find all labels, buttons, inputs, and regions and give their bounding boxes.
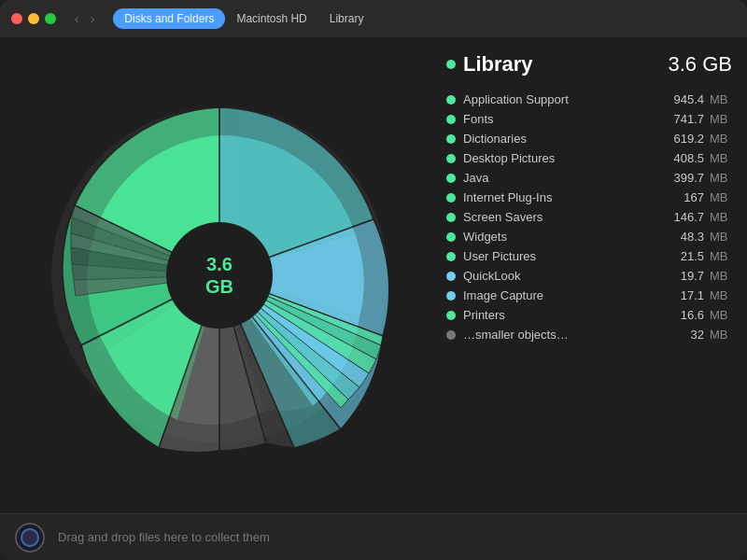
item-left: Screen Savers	[446, 210, 648, 224]
item-dot	[446, 330, 456, 340]
maximize-button[interactable]	[45, 13, 56, 24]
drop-icon	[15, 523, 45, 553]
item-dot	[446, 154, 456, 163]
item-dot	[446, 272, 456, 281]
item-name: Widgets	[463, 230, 507, 244]
item-left: Java	[446, 171, 648, 185]
item-size-number: 17.1	[665, 288, 704, 302]
item-size-number: 619.2	[665, 132, 704, 146]
item-size-row: 619.2 MB	[648, 132, 732, 146]
item-dot	[446, 213, 456, 222]
item-dot	[446, 134, 456, 144]
item-left: Fonts	[446, 112, 648, 126]
bottombar: Drag and drop files here to collect them	[0, 513, 747, 560]
sunburst-chart	[23, 61, 416, 490]
item-size-row: 408.5 MB	[648, 151, 732, 165]
items-list: Application Support 945.4 MB Fonts 741.7…	[446, 90, 732, 344]
item-name: Image Capture	[463, 288, 543, 302]
library-title: Library	[446, 52, 533, 77]
drop-hint-text: Drag and drop files here to collect them	[58, 530, 270, 544]
item-size-unit: MB	[710, 269, 732, 283]
item-size-number: 21.5	[665, 249, 704, 263]
item-name: Fonts	[463, 112, 494, 126]
item-size-row: 945.4 MB	[648, 92, 732, 106]
item-name: Internet Plug-Ins	[463, 190, 552, 204]
library-total-size: 3.6 GB	[669, 52, 732, 77]
list-item[interactable]: Widgets 48.3 MB	[446, 227, 732, 246]
item-size-row: 167 MB	[648, 190, 732, 204]
item-size-unit: MB	[710, 210, 732, 224]
item-size-unit: MB	[710, 249, 732, 263]
item-left: …smaller objects…	[446, 328, 648, 342]
item-left: Desktop Pictures	[446, 151, 648, 165]
main-content: 3.6GB Library 3.6 GB Application Support…	[0, 37, 747, 513]
item-name: Screen Savers	[463, 210, 543, 224]
list-item[interactable]: Application Support 945.4 MB	[446, 90, 732, 109]
item-size-unit: MB	[710, 328, 732, 342]
item-left: Dictionaries	[446, 132, 648, 146]
item-size-number: 19.7	[665, 269, 704, 283]
item-dot	[446, 291, 456, 301]
item-size-row: 17.1 MB	[648, 288, 732, 302]
item-left: Image Capture	[446, 288, 648, 302]
item-name: Dictionaries	[463, 132, 527, 146]
item-name: Java	[463, 171, 488, 185]
item-size-number: 48.3	[665, 230, 704, 244]
list-item[interactable]: Java 399.7 MB	[446, 168, 732, 188]
nav-arrows: ‹ ›	[71, 9, 98, 28]
item-size-unit: MB	[710, 92, 732, 106]
item-dot	[446, 115, 456, 124]
close-button[interactable]	[11, 13, 22, 24]
item-left: Internet Plug-Ins	[446, 190, 648, 204]
item-size-number: 167	[665, 190, 704, 204]
item-name: Desktop Pictures	[463, 151, 555, 165]
item-size-row: 399.7 MB	[648, 171, 732, 185]
item-name: Printers	[463, 308, 505, 322]
list-item[interactable]: Fonts 741.7 MB	[446, 109, 732, 129]
right-panel: Library 3.6 GB Application Support 945.4…	[439, 37, 747, 513]
forward-arrow[interactable]: ›	[87, 9, 99, 28]
item-left: Widgets	[446, 230, 648, 244]
item-size-unit: MB	[710, 308, 732, 322]
list-item[interactable]: Printers 16.6 MB	[446, 305, 732, 325]
sunburst-container: 3.6GB	[23, 61, 416, 490]
item-size-unit: MB	[710, 288, 732, 302]
library-header: Library 3.6 GB	[446, 52, 732, 77]
titlebar: ‹ › Disks and Folders Macintosh HD Libra…	[0, 0, 747, 37]
breadcrumb-disks[interactable]: Disks and Folders	[113, 8, 225, 29]
item-name: …smaller objects…	[463, 328, 569, 342]
list-item[interactable]: Image Capture 17.1 MB	[446, 286, 732, 305]
item-size-row: 19.7 MB	[648, 269, 732, 283]
back-arrow[interactable]: ‹	[71, 9, 83, 28]
breadcrumb-macintoshhd[interactable]: Macintosh HD	[225, 8, 317, 29]
list-item[interactable]: Internet Plug-Ins 167 MB	[446, 188, 732, 207]
item-size-number: 945.4	[665, 92, 704, 106]
item-size-unit: MB	[710, 112, 732, 126]
item-left: Printers	[446, 308, 648, 322]
list-item[interactable]: QuickLook 19.7 MB	[446, 266, 732, 286]
item-dot	[446, 252, 456, 261]
list-item[interactable]: Screen Savers 146.7 MB	[446, 207, 732, 227]
list-item[interactable]: Dictionaries 619.2 MB	[446, 129, 732, 148]
item-left: User Pictures	[446, 249, 648, 263]
breadcrumb: Disks and Folders Macintosh HD Library	[113, 8, 374, 29]
item-size-row: 32 MB	[648, 328, 732, 342]
list-item[interactable]: …smaller objects… 32 MB	[446, 325, 732, 344]
svg-point-3	[166, 222, 273, 329]
minimize-button[interactable]	[28, 13, 39, 24]
item-name: QuickLook	[463, 269, 520, 283]
list-item[interactable]: User Pictures 21.5 MB	[446, 246, 732, 266]
item-dot	[446, 232, 456, 242]
item-name: User Pictures	[463, 249, 536, 263]
breadcrumb-library[interactable]: Library	[318, 8, 375, 29]
item-dot	[446, 311, 456, 320]
item-dot	[446, 174, 456, 183]
list-item[interactable]: Desktop Pictures 408.5 MB	[446, 148, 732, 168]
library-title-text: Library	[463, 52, 533, 77]
item-size-row: 146.7 MB	[648, 210, 732, 224]
item-size-row: 16.6 MB	[648, 308, 732, 322]
item-name: Application Support	[463, 92, 569, 106]
item-size-unit: MB	[710, 190, 732, 204]
library-dot	[446, 60, 456, 69]
item-size-unit: MB	[710, 151, 732, 165]
